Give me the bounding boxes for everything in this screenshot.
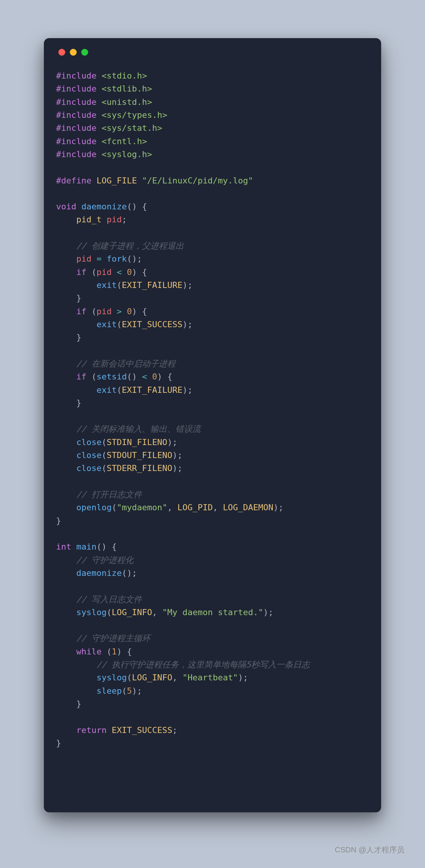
preproc-include: #include	[56, 84, 97, 93]
comment: // 守护进程主循环	[76, 633, 150, 643]
constant: LOG_DAEMON	[223, 503, 273, 512]
comment: // 执行守护进程任务，这里简单地每隔5秒写入一条日志	[97, 660, 310, 669]
code-window: #include <stdio.h> #include <stdlib.h> #…	[44, 38, 381, 812]
comment: // 写入日志文件	[76, 595, 142, 604]
variable: pid	[76, 254, 92, 264]
constant: EXIT_FAILURE	[122, 280, 182, 290]
constant: LOG_INFO	[112, 608, 152, 617]
constant: STDOUT_FILENO	[106, 450, 172, 460]
return-type: int	[56, 542, 71, 551]
constant: STDERR_FILENO	[106, 463, 172, 473]
call: sleep	[97, 686, 122, 696]
comment: // 关闭标准输入、输出、错误流	[76, 424, 201, 434]
constant: EXIT_SUCCESS	[122, 320, 182, 329]
string: "Heartbeat"	[182, 673, 238, 682]
call: fork	[106, 254, 127, 264]
preproc-include: #include	[56, 123, 97, 133]
keyword-return: return	[76, 725, 106, 735]
comment: // 守护进程化	[76, 555, 134, 565]
call: exit	[97, 320, 117, 329]
comment: // 在新会话中启动子进程	[76, 359, 175, 368]
call: openlog	[76, 503, 112, 512]
constant: EXIT_SUCCESS	[112, 725, 172, 735]
macro-name: LOG_FILE	[97, 176, 137, 185]
comment: // 打开日志文件	[76, 490, 142, 499]
variable: pid	[97, 267, 112, 277]
type: pid_t	[76, 215, 101, 224]
variable: pid	[97, 307, 112, 316]
string: "mydaemon"	[117, 503, 167, 512]
keyword-if: if	[76, 372, 87, 381]
maximize-icon[interactable]	[81, 49, 88, 56]
window-traffic-lights	[58, 49, 369, 56]
include-path: <fcntl.h>	[101, 137, 147, 146]
keyword-if: if	[76, 307, 87, 316]
include-path: <stdio.h>	[101, 71, 147, 80]
minimize-icon[interactable]	[70, 49, 77, 56]
number: 0	[127, 307, 132, 316]
call: exit	[97, 280, 117, 290]
call: close	[76, 463, 101, 473]
string: "My daemon started."	[162, 608, 263, 617]
variable: pid	[106, 215, 122, 224]
call: syslog	[76, 608, 106, 617]
constant: EXIT_FAILURE	[122, 385, 182, 395]
include-path: <unistd.h>	[101, 97, 152, 107]
number: 0	[127, 267, 132, 277]
include-path: <sys/stat.h>	[101, 123, 162, 133]
call: daemonize	[76, 568, 122, 578]
include-path: <sys/types.h>	[101, 110, 167, 120]
keyword-while: while	[76, 647, 101, 656]
comment: // 创建子进程，父进程退出	[76, 241, 184, 251]
preproc-include: #include	[56, 97, 97, 107]
call: close	[76, 437, 101, 447]
include-path: <stdlib.h>	[101, 84, 152, 93]
macro-value: "/E/LinuxC/pid/my.log"	[142, 176, 253, 185]
function-name: daemonize	[81, 202, 127, 211]
constant: STDIN_FILENO	[106, 437, 167, 447]
watermark-text: CSDN @人才程序员	[335, 845, 404, 855]
preproc-include: #include	[56, 110, 97, 120]
number: 0	[152, 372, 157, 381]
function-name: main	[76, 542, 97, 551]
number: 1	[112, 647, 117, 656]
preproc-include: #include	[56, 149, 97, 159]
close-icon[interactable]	[58, 49, 65, 56]
call: exit	[97, 385, 117, 395]
preproc-include: #include	[56, 137, 97, 146]
call: setsid	[97, 372, 127, 381]
include-path: <syslog.h>	[101, 149, 152, 159]
constant: LOG_INFO	[132, 673, 172, 682]
return-type: void	[56, 202, 76, 211]
code-block: #include <stdio.h> #include <stdlib.h> #…	[56, 69, 369, 750]
preproc-include: #include	[56, 71, 97, 80]
preproc-define: #define	[56, 176, 92, 185]
call: syslog	[97, 673, 127, 682]
call: close	[76, 450, 101, 460]
number: 5	[127, 686, 132, 696]
constant: LOG_PID	[177, 503, 213, 512]
keyword-if: if	[76, 267, 87, 277]
